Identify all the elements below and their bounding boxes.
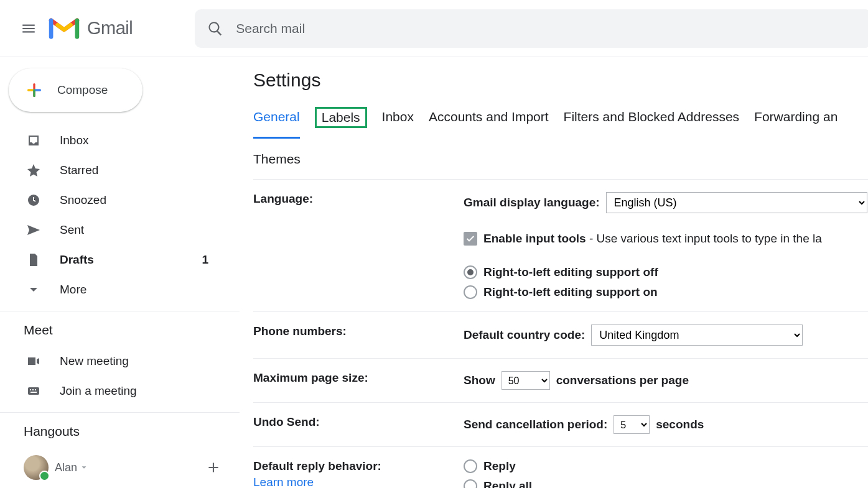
- inbox-icon: [26, 133, 41, 148]
- sidebar-item-label: Snoozed: [60, 193, 240, 207]
- settings-tabs: General Labels Inbox Accounts and Import…: [253, 107, 868, 180]
- search-bar[interactable]: [195, 9, 868, 48]
- enable-input-tools-label: Enable input tools: [483, 232, 586, 245]
- undo-suffix: seconds: [656, 418, 704, 431]
- rtl-on-radio[interactable]: [464, 285, 477, 299]
- compose-label: Compose: [57, 83, 108, 97]
- tab-filters-blocked[interactable]: Filters and Blocked Addresses: [564, 107, 739, 128]
- sidebar-item-label: Drafts: [60, 253, 202, 267]
- svg-rect-2: [30, 389, 31, 390]
- video-icon: [26, 354, 41, 369]
- row-phone: Phone numbers: Default country code: Uni…: [253, 312, 868, 359]
- main-menu-button[interactable]: [14, 14, 44, 44]
- reply-section-label: Default reply behavior:: [253, 459, 464, 473]
- tab-labels[interactable]: Labels: [315, 107, 367, 128]
- reply-radio[interactable]: [464, 459, 477, 473]
- svg-rect-3: [32, 389, 34, 390]
- sidebar-item-drafts[interactable]: Drafts 1: [0, 245, 240, 275]
- svg-rect-4: [35, 389, 36, 390]
- hangouts-user-name[interactable]: Alan: [55, 461, 77, 474]
- tab-general[interactable]: General: [253, 107, 300, 128]
- learn-more-link[interactable]: Learn more: [253, 476, 464, 488]
- divider: [0, 412, 240, 413]
- sidebar-item-label: More: [60, 283, 240, 297]
- row-label-language: Language:: [253, 192, 464, 299]
- plus-icon: [205, 459, 222, 476]
- row-label-phone: Phone numbers:: [253, 325, 464, 346]
- send-icon: [26, 223, 41, 237]
- hangouts-row: Alan: [0, 448, 240, 481]
- caret-down-icon[interactable]: [80, 463, 88, 472]
- hangouts-section-title: Hangouts: [0, 424, 240, 439]
- gmail-icon: [49, 17, 80, 40]
- star-icon: [26, 163, 41, 178]
- tab-inbox[interactable]: Inbox: [382, 107, 414, 128]
- page-size-suffix: conversations per page: [556, 374, 689, 387]
- sidebar: Compose Inbox Starred Snoozed Sent: [0, 57, 240, 488]
- clock-icon: [26, 193, 41, 208]
- page-size-select[interactable]: 50: [502, 371, 550, 390]
- gmail-logo-text: Gmail: [87, 18, 133, 39]
- chevron-down-icon: [26, 282, 41, 297]
- avatar[interactable]: [24, 455, 49, 480]
- page-size-show-label: Show: [464, 374, 495, 387]
- reply-all-radio[interactable]: [464, 479, 477, 488]
- undo-prefix: Send cancellation period:: [464, 418, 607, 431]
- body: Compose Inbox Starred Snoozed Sent: [0, 57, 868, 488]
- sidebar-item-sent[interactable]: Sent: [0, 215, 240, 245]
- default-cc-select[interactable]: United Kingdom: [591, 325, 803, 346]
- default-cc-label: Default country code:: [464, 328, 585, 342]
- row-undo-send: Undo Send: Send cancellation period: 5 s…: [253, 403, 868, 447]
- enable-input-tools-checkbox[interactable]: [464, 232, 477, 246]
- header: Gmail: [0, 0, 868, 57]
- display-language-select[interactable]: English (US): [606, 192, 867, 213]
- display-language-label: Gmail display language:: [464, 196, 600, 209]
- search-input[interactable]: [235, 21, 859, 37]
- sidebar-item-more[interactable]: More: [0, 275, 240, 305]
- hamburger-icon: [21, 21, 37, 37]
- divider: [0, 311, 240, 311]
- row-page-size: Maximum page size: Show 50 conversations…: [253, 359, 868, 403]
- sidebar-item-label: New meeting: [60, 354, 240, 368]
- svg-rect-5: [30, 392, 37, 393]
- keyboard-icon: [26, 384, 41, 398]
- undo-period-select[interactable]: 5: [614, 415, 650, 434]
- settings-rows: Language: Gmail display language: Englis…: [253, 180, 868, 488]
- add-hangout-button[interactable]: [200, 454, 227, 481]
- plus-icon: [24, 80, 45, 101]
- page-title: Settings: [253, 70, 868, 91]
- meet-section-title: Meet: [0, 323, 240, 338]
- sidebar-item-count: 1: [202, 253, 208, 267]
- row-default-reply: Default reply behavior: Learn more Reply…: [253, 447, 868, 488]
- tab-accounts-import[interactable]: Accounts and Import: [429, 107, 549, 128]
- compose-button[interactable]: Compose: [9, 68, 142, 112]
- row-label-page-size: Maximum page size:: [253, 371, 464, 390]
- sidebar-item-new-meeting[interactable]: New meeting: [0, 346, 240, 376]
- sidebar-item-inbox[interactable]: Inbox: [0, 126, 240, 155]
- row-label-undo: Undo Send:: [253, 415, 464, 434]
- reply-label: Reply: [483, 459, 516, 473]
- sidebar-item-label: Starred: [60, 163, 240, 177]
- rtl-off-radio[interactable]: [464, 265, 477, 279]
- sidebar-item-label: Join a meeting: [60, 384, 240, 398]
- sidebar-item-starred[interactable]: Starred: [0, 155, 240, 185]
- rtl-on-label: Right-to-left editing support on: [483, 285, 658, 299]
- rtl-off-label: Right-to-left editing support off: [483, 265, 658, 279]
- search-icon: [207, 21, 223, 37]
- row-language: Language: Gmail display language: Englis…: [253, 180, 868, 312]
- svg-rect-1: [28, 387, 39, 395]
- gmail-logo[interactable]: Gmail: [49, 17, 133, 40]
- reply-all-label: Reply all: [483, 479, 532, 488]
- tab-themes[interactable]: Themes: [253, 149, 301, 169]
- sidebar-item-label: Sent: [60, 223, 240, 237]
- sidebar-item-snoozed[interactable]: Snoozed: [0, 185, 240, 215]
- main: Settings General Labels Inbox Accounts a…: [240, 57, 868, 488]
- enable-input-tools-desc: - Use various text input tools to type i…: [586, 232, 822, 245]
- file-icon: [26, 252, 41, 267]
- sidebar-item-join-meeting[interactable]: Join a meeting: [0, 376, 240, 406]
- sidebar-item-label: Inbox: [60, 134, 240, 147]
- tab-forwarding[interactable]: Forwarding an: [754, 107, 838, 128]
- row-label-reply: Default reply behavior: Learn more: [253, 459, 464, 488]
